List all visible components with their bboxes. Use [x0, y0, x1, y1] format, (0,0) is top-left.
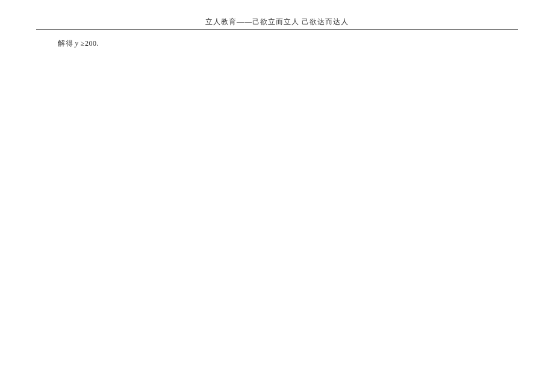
solution-suffix: ≥200. [78, 39, 99, 48]
content-area: 解得 y ≥200. [36, 30, 518, 49]
page-header: 立人教育——己欲立而立人 己欲达而达人 [36, 17, 518, 30]
solution-line: 解得 y ≥200. [58, 39, 518, 49]
solution-prefix: 解得 [58, 39, 75, 48]
document-page: 立人教育——己欲立而立人 己欲达而达人 解得 y ≥200. [0, 0, 554, 392]
